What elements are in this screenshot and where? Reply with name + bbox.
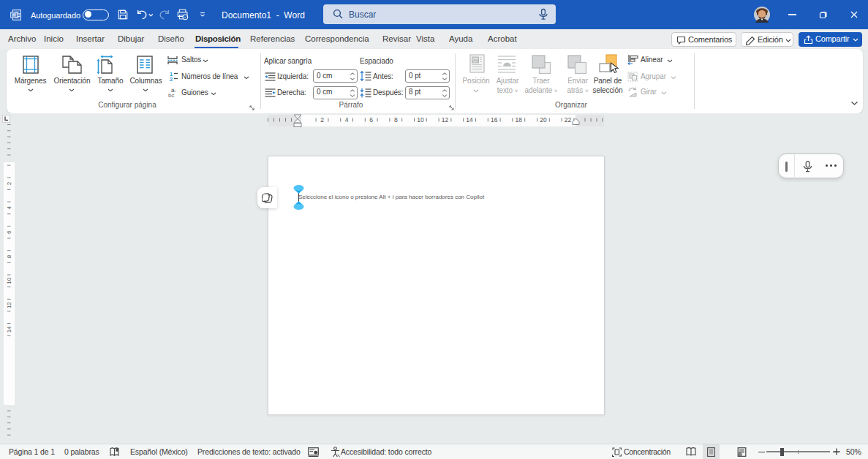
- svg-text:W: W: [12, 12, 17, 18]
- svg-text:2: 2: [170, 76, 173, 82]
- svg-text:8: 8: [6, 254, 12, 258]
- svg-text:6: 6: [369, 116, 373, 124]
- svg-text:22: 22: [565, 116, 572, 124]
- svg-text:2: 2: [320, 116, 324, 124]
- svg-text:10: 10: [417, 116, 424, 124]
- svg-text:2: 2: [6, 181, 12, 185]
- svg-text:16: 16: [491, 116, 498, 124]
- svg-text:20: 20: [540, 116, 547, 124]
- svg-text:6: 6: [6, 230, 12, 234]
- svg-text:18: 18: [516, 116, 523, 124]
- svg-text:14: 14: [6, 326, 12, 333]
- svg-text:12: 12: [6, 302, 12, 308]
- svg-text:4: 4: [345, 116, 349, 124]
- svg-text:12: 12: [442, 116, 449, 124]
- svg-text:14: 14: [466, 116, 473, 124]
- svg-text:4: 4: [6, 206, 12, 210]
- svg-text:bc: bc: [168, 92, 174, 98]
- svg-text:10: 10: [6, 277, 12, 284]
- svg-text:8: 8: [394, 116, 398, 124]
